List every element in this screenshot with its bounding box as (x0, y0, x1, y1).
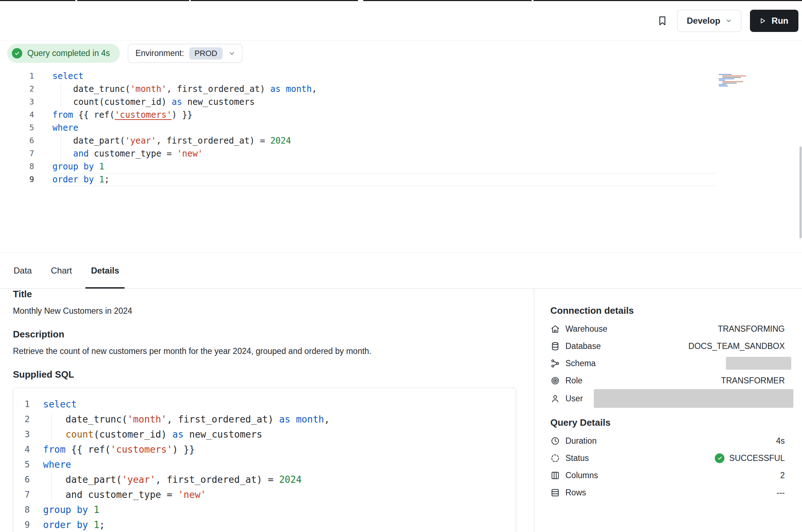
code-line: 5where (13, 457, 516, 472)
row-label: Database (565, 341, 601, 351)
redacted-value (594, 389, 793, 408)
code-line: 3 count(customer_id) as new_customers (13, 427, 516, 442)
code-line: 2 date_trunc('month', first_ordered_at) … (0, 83, 802, 95)
redacted-value (726, 357, 791, 370)
line-number: 4 (0, 108, 34, 121)
line-number: 3 (13, 427, 30, 442)
scrollbar[interactable] (799, 146, 802, 238)
code-text: and customer_type = 'new' (43, 487, 206, 502)
row-label: Columns (565, 471, 598, 480)
query-row-columns: Columns2 (550, 467, 785, 484)
minimap-row (722, 75, 746, 76)
code-text: group by 1 (52, 160, 104, 173)
user-icon (550, 394, 560, 403)
code-line: 7 and customer_type = 'new' (0, 147, 802, 160)
line-number: 1 (0, 70, 34, 83)
line-number: 8 (13, 502, 30, 517)
row-label: Status (565, 453, 589, 463)
run-label: Run (771, 16, 788, 26)
connection-row-schema: Schema (550, 355, 785, 372)
query-status-pill: Query completed in 4s (7, 44, 120, 63)
code-text: group by 1 (43, 502, 99, 517)
row-value (726, 357, 785, 370)
sql-editor[interactable]: 1select2 date_trunc('month', first_order… (0, 70, 802, 252)
code-text: date_part('year', first_ordered_at) = 20… (52, 134, 291, 147)
line-number: 5 (13, 457, 30, 472)
connection-row-user: User (550, 389, 785, 408)
connection-row-role: RoleTRANSFORMER (550, 372, 785, 389)
code-text: where (43, 457, 71, 472)
database-icon (550, 341, 560, 351)
supplied-sql-block: 1select2 date_trunc('month', first_order… (13, 388, 516, 532)
row-label: Schema (565, 359, 596, 368)
tab-details[interactable]: Details (90, 253, 120, 288)
line-number: 9 (13, 517, 30, 532)
row-value: --- (777, 488, 785, 498)
details-sidebar: Connection details WarehouseTRANSFORMING… (534, 289, 802, 532)
line-number: 4 (13, 442, 30, 457)
row-value-text: --- (777, 488, 785, 498)
line-number: 8 (0, 160, 34, 173)
query-row-rows: Rows--- (550, 484, 785, 501)
details-left-column: Title Monthly New Customers in 2024 Desc… (13, 289, 516, 532)
line-number: 2 (0, 83, 34, 95)
line-number: 7 (0, 147, 34, 160)
code-text: count(customer_id) as new_customers (52, 95, 255, 108)
develop-label: Develop (687, 16, 720, 26)
results-tabs: DataChartDetails (0, 252, 802, 289)
bookmark-icon[interactable] (656, 15, 668, 27)
environment-label: Environment: (135, 48, 184, 58)
minimap-row (719, 78, 735, 79)
connection-details-heading: Connection details (550, 305, 785, 316)
warehouse-icon (550, 324, 560, 334)
code-line: 8group by 1 (13, 502, 516, 517)
code-line: 8group by 1 (0, 160, 802, 173)
line-number: 2 (13, 412, 30, 427)
environment-dropdown[interactable]: Environment: PROD (128, 44, 242, 63)
row-value (594, 389, 785, 408)
query-details-heading: Query Details (550, 417, 785, 428)
code-text: select (52, 70, 84, 83)
code-line: 4from {{ ref('customers') }} (0, 108, 802, 121)
tab-chart[interactable]: Chart (50, 253, 73, 288)
supplied-sql-heading: Supplied SQL (13, 369, 516, 380)
code-line: 2 date_trunc('month', first_ordered_at) … (13, 412, 516, 427)
connection-row-database: DatabaseDOCS_TEAM_SANDBOX (550, 337, 785, 355)
query-status-text: Query completed in 4s (27, 48, 110, 58)
row-value-text: SUCCESSFUL (729, 453, 785, 463)
details-panel: Title Monthly New Customers in 2024 Desc… (0, 289, 802, 532)
minimap-row (722, 81, 743, 82)
row-value-text: DOCS_TEAM_SANDBOX (689, 341, 785, 351)
code-line: 5where (0, 121, 802, 134)
row-label: Rows (565, 488, 586, 498)
code-line: 1select (0, 70, 802, 83)
header: Develop Run (0, 1, 802, 41)
code-text: order by 1; (43, 517, 105, 532)
code-text: date_trunc('month', first_ordered_at) as… (43, 412, 330, 427)
row-label: User (565, 394, 583, 403)
code-line: 1select (13, 397, 516, 412)
row-value: TRANSFORMER (721, 376, 785, 386)
success-check-icon (715, 453, 724, 463)
minimap-row (719, 85, 728, 87)
minimap-row (719, 80, 725, 81)
ref-link[interactable]: 'customers' (115, 110, 172, 120)
row-label: Role (565, 376, 582, 386)
title-heading: Title (13, 289, 516, 299)
run-button[interactable]: Run (750, 10, 798, 32)
row-value-text: TRANSFORMER (721, 376, 785, 386)
row-value: DOCS_TEAM_SANDBOX (689, 341, 785, 351)
line-number: 6 (13, 472, 30, 487)
minimap[interactable] (719, 74, 755, 87)
minimap-row (722, 83, 737, 84)
role-icon (550, 376, 560, 386)
code-text: date_part('year', first_ordered_at) = 20… (43, 472, 302, 487)
develop-button[interactable]: Develop (677, 10, 741, 32)
code-line: 6 date_part('year', first_ordered_at) = … (13, 472, 516, 487)
minimap-row (722, 77, 741, 78)
tab-data[interactable]: Data (13, 253, 33, 288)
chevron-down-icon (724, 17, 733, 25)
code-text: order by 1; (52, 173, 109, 186)
code-text: select (43, 397, 77, 412)
code-line: 3 count(customer_id) as new_customers (0, 95, 802, 108)
